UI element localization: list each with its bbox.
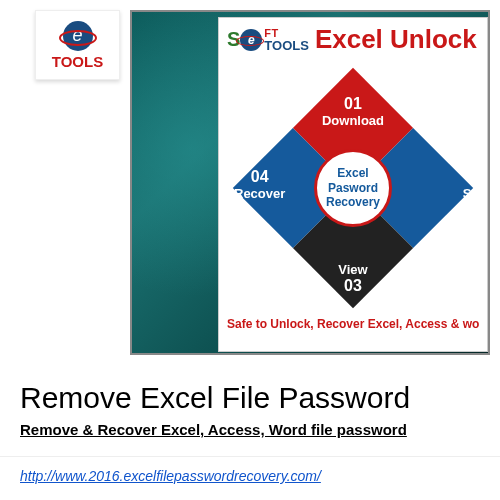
banner-area: e TOOLS S e FT TOOLS Excel Unlock — [0, 0, 500, 365]
logo-tools-text: TOOLS — [52, 53, 103, 70]
logo-e-icon: e — [63, 21, 93, 51]
website-link[interactable]: http://www.2016.excelfilepasswordrecover… — [20, 468, 321, 484]
company-logo: e TOOLS — [35, 10, 120, 80]
diagram-center: Excel Pasword Recovery — [314, 149, 392, 227]
label-right: 02 Sca — [463, 168, 486, 201]
title-section: Remove Excel File Password Remove & Reco… — [0, 365, 500, 442]
process-diagram: Excel Pasword Recovery 01 Download 02 Sc… — [228, 63, 478, 313]
footer-url-section: http://www.2016.excelfilepasswordrecover… — [0, 456, 500, 495]
label-left: 04 Recover — [234, 168, 285, 201]
tagline: Safe to Unlock, Recover Excel, Access & … — [227, 317, 479, 331]
soft-tools-logo: S e FT TOOLS — [227, 28, 309, 52]
label-bottom: View 03 — [228, 262, 478, 295]
background-card: S e FT TOOLS Excel Unlock Excel — [130, 10, 490, 355]
page-subtitle: Remove & Recover Excel, Access, Word fil… — [20, 421, 480, 438]
product-panel: S e FT TOOLS Excel Unlock Excel — [218, 17, 488, 352]
product-title: Excel Unlock — [315, 24, 477, 55]
label-top: 01 Download — [228, 95, 478, 128]
page-title: Remove Excel File Password — [20, 381, 480, 415]
